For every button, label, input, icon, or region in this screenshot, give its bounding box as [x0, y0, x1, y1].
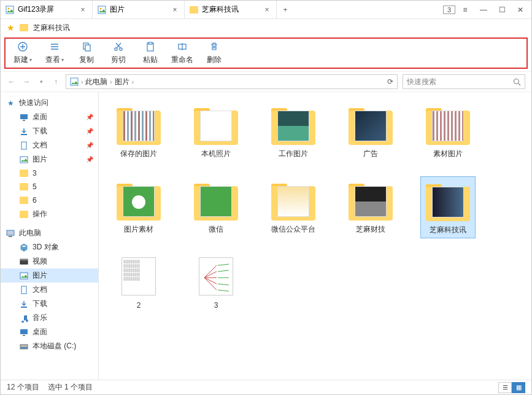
sidebar-item-music[interactable]: 音乐 [1, 311, 98, 325]
sidebar-item-disk-c[interactable]: 本地磁盘 (C:) [1, 339, 98, 353]
folder-icon [117, 179, 161, 221]
paste-icon [145, 41, 156, 52]
chevron-down-icon: ▾ [61, 57, 64, 63]
tab-zhima[interactable]: 芝麻科技讯 × [185, 1, 277, 18]
sidebar-item-folder-ops[interactable]: 操作 [1, 207, 98, 221]
sidebar-item-documents-2[interactable]: 文档 [1, 283, 98, 297]
copy-button[interactable]: 复制 [71, 41, 102, 65]
folder-item[interactable]: 微信 [188, 176, 244, 238]
address-segment[interactable]: 图片 [115, 77, 129, 87]
paste-button[interactable]: 粘贴 [134, 41, 166, 65]
chevron-right-icon[interactable]: › [110, 79, 112, 85]
folder-icon [194, 103, 238, 145]
sidebar-label: 桌面 [33, 327, 47, 337]
details-view-button[interactable]: ☰ [498, 382, 512, 393]
folder-item[interactable]: 芝麻科技讯 [420, 176, 476, 238]
music-icon [19, 313, 29, 323]
folder-icon [349, 179, 393, 221]
close-icon[interactable]: × [171, 6, 179, 14]
sidebar-label: 操作 [33, 209, 47, 219]
sidebar-label: 3D 对象 [33, 242, 59, 252]
file-thumbnail-icon: ‖‖‖‖‖‖‖‖‖‖‖‖‖‖‖‖‖‖‖‖‖‖‖‖‖‖‖‖‖‖‖‖‖‖‖‖‖‖‖‖… [117, 256, 161, 297]
toolbar-label: 重命名 [171, 55, 193, 65]
item-label: 本机照片 [201, 149, 231, 159]
folder-item[interactable]: 广告 [343, 101, 398, 162]
icons-view-button[interactable]: ▦ [512, 382, 525, 393]
cut-button[interactable]: 剪切 [102, 41, 134, 65]
svg-point-13 [514, 79, 519, 84]
cube-icon [19, 243, 29, 252]
sidebar-item-documents[interactable]: 文档📌 [1, 138, 98, 152]
tab-pictures[interactable]: 图片 × [93, 1, 185, 18]
folder-icon [271, 103, 315, 145]
chevron-right-icon[interactable]: › [132, 79, 134, 85]
refresh-icon[interactable]: ⟳ [387, 77, 393, 86]
folder-item[interactable]: 本机照片 [188, 101, 244, 162]
view-mode-toggle: ☰ ▦ [498, 382, 525, 393]
svg-rect-27 [23, 335, 25, 336]
item-label: 图片素材 [124, 224, 153, 235]
close-icon[interactable]: × [79, 6, 87, 14]
back-button[interactable]: ← [7, 77, 17, 86]
sidebar-item-videos[interactable]: 视频 [1, 254, 98, 268]
svg-point-1 [8, 7, 10, 9]
view-button[interactable]: 查看▾ [39, 41, 71, 65]
sidebar-item-downloads-2[interactable]: 下载 [1, 297, 98, 311]
address-bar[interactable]: › 此电脑 › 图片 › ⟳ [66, 74, 398, 89]
sidebar-item-folder-5[interactable]: 5 [1, 180, 98, 194]
sidebar-this-pc[interactable]: 此电脑 [1, 226, 98, 240]
svg-rect-16 [21, 134, 27, 135]
chevron-right-icon[interactable]: › [81, 79, 83, 85]
sidebar-item-desktop[interactable]: 桌面📌 [1, 110, 98, 124]
sidebar-item-folder-6[interactable]: 6 [1, 194, 98, 207]
folder-item[interactable]: 保存的图片 [111, 101, 166, 162]
sidebar-item-desktop-2[interactable]: 桌面 [1, 325, 98, 339]
folder-icon [19, 195, 29, 205]
file-item[interactable]: ‖‖‖‖‖‖‖‖‖‖‖‖‖‖‖‖‖‖‖‖‖‖‖‖‖‖‖‖‖‖‖‖‖‖‖‖‖‖‖‖… [111, 253, 166, 312]
star-icon[interactable]: ★ [7, 23, 15, 33]
sidebar-item-folder-3[interactable]: 3 [1, 166, 98, 180]
minimize-icon[interactable]: — [475, 1, 492, 18]
search-placeholder: 快速搜索 [407, 77, 436, 87]
file-item[interactable]: 3 [188, 253, 244, 312]
folder-icon [19, 209, 29, 219]
crumb-label[interactable]: 芝麻科技讯 [33, 23, 70, 33]
item-label: 芝麻科技讯 [430, 225, 466, 235]
sidebar-quick-access[interactable]: ★ 快速访问 [1, 96, 98, 110]
folder-item[interactable]: 工作图片 [266, 101, 321, 162]
svg-rect-0 [6, 6, 13, 14]
delete-button[interactable]: 删除 [198, 41, 230, 65]
search-input[interactable]: 快速搜索 [403, 74, 525, 89]
folder-item[interactable]: 图片素材 [111, 176, 166, 238]
new-tab-button[interactable]: + [277, 1, 294, 18]
close-icon[interactable]: × [263, 6, 271, 14]
document-icon [19, 141, 29, 151]
close-window-icon[interactable]: ✕ [512, 1, 529, 18]
maximize-icon[interactable]: ☐ [493, 1, 511, 18]
sidebar-item-pictures-2[interactable]: 图片 [1, 268, 98, 283]
folder-item[interactable]: 芝麻财技 [343, 176, 398, 238]
new-button[interactable]: 新建▾ [7, 41, 39, 65]
sidebar-label: 图片 [33, 270, 47, 281]
sidebar-item-pictures[interactable]: 图片📌 [1, 152, 98, 166]
content-pane[interactable]: 保存的图片本机照片工作图片广告素材图片图片素材微信微信公众平台芝麻财技芝麻科技讯… [99, 92, 531, 380]
favorite-crumb-row: ★ 芝麻科技讯 [1, 19, 531, 36]
svg-rect-22 [20, 259, 28, 260]
up-button[interactable]: ↑ [51, 77, 61, 86]
rename-button[interactable]: 重命名 [166, 41, 198, 65]
sidebar-item-3d[interactable]: 3D 对象 [1, 240, 98, 254]
item-label: 2 [137, 301, 141, 310]
folder-item[interactable]: 微信公众平台 [266, 176, 321, 238]
menu-icon[interactable]: ≡ [457, 1, 474, 18]
dropdown-history-button[interactable]: ▾ [36, 79, 46, 85]
address-segment[interactable]: 此电脑 [85, 77, 107, 87]
toolbar-highlighted: 新建▾ 查看▾ 复制 剪切 粘贴 重命名 删除 [4, 37, 528, 69]
tab-gif123[interactable]: Gif123录屏 × [1, 1, 93, 18]
sidebar-item-downloads[interactable]: 下载📌 [1, 124, 98, 138]
svg-point-7 [115, 48, 117, 50]
video-icon [19, 257, 29, 267]
forward-button[interactable]: → [21, 77, 31, 86]
sidebar-label: 图片 [33, 154, 47, 165]
svg-rect-19 [7, 230, 14, 235]
folder-item[interactable]: 素材图片 [420, 101, 476, 162]
